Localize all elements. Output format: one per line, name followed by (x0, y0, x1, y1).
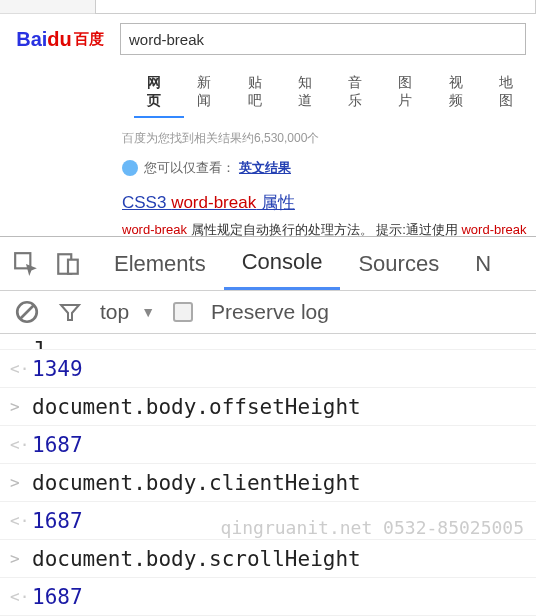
chevron-down-icon: ▼ (141, 304, 155, 320)
snippet-kw2: word-break (461, 222, 526, 237)
nav-tab-tieba[interactable]: 贴吧 (235, 68, 285, 118)
result-title-pre: CSS3 (122, 193, 171, 212)
svg-rect-2 (68, 259, 78, 273)
tab-elements[interactable]: Elements (96, 239, 224, 289)
browser-chrome-top (0, 0, 536, 14)
console-code: document.body.offsetHeight (32, 395, 361, 419)
nav-tabs: 网页 新闻 贴吧 知道 音乐 图片 视频 地图 (0, 60, 536, 118)
console-toolbar: top ▼ Preserve log (0, 291, 536, 334)
nav-tab-map[interactable]: 地图 (486, 68, 536, 118)
watermark-text: qingruanit.net 0532-85025005 (221, 517, 524, 538)
search-input[interactable] (129, 31, 517, 48)
logo-text-chinese: 百度 (74, 30, 104, 49)
nav-tab-news[interactable]: 新闻 (184, 68, 234, 118)
results-count: 百度为您找到相关结果约6,530,000个 (122, 130, 536, 147)
output-arrow-icon: <· (10, 511, 32, 530)
suggest-link[interactable]: 英文结果 (239, 159, 291, 177)
console-value: 1687 (32, 585, 83, 609)
console-code: document.body.scrollHeight (32, 547, 361, 571)
clear-console-icon[interactable] (14, 299, 40, 325)
search-box[interactable] (120, 23, 526, 55)
console-body[interactable]: J <· 1349 > document.body.offsetHeight <… (0, 334, 536, 616)
console-value: 1349 (32, 357, 83, 381)
console-line-input: > document.body.offsetHeight (0, 388, 536, 426)
suggest-label: 您可以仅查看： (144, 159, 235, 177)
nav-tab-music[interactable]: 音乐 (335, 68, 385, 118)
devtools-tabbar: Elements Console Sources N (0, 237, 536, 291)
snippet-kw1: word-break (122, 222, 187, 237)
url-bar[interactable] (95, 0, 536, 14)
inspect-icon[interactable] (12, 250, 40, 278)
search-header: Baidu 百度 (0, 14, 536, 60)
context-label: top (100, 300, 129, 324)
console-line-output: <· 1687 (0, 426, 536, 464)
nav-tab-image[interactable]: 图片 (385, 68, 435, 118)
result-title[interactable]: CSS3 word-break 属性 (122, 191, 536, 214)
console-code: document.body.clientHeight (32, 471, 361, 495)
result-title-post: 属性 (256, 193, 295, 212)
tab-more[interactable]: N (457, 239, 509, 289)
console-line-input: > document.body.scrollHeight (0, 540, 536, 578)
console-line-output: <· 1687 (0, 578, 536, 616)
nav-tab-web[interactable]: 网页 (134, 68, 184, 118)
output-arrow-icon: <· (10, 435, 32, 454)
device-icon[interactable] (54, 250, 82, 278)
tab-sources[interactable]: Sources (340, 239, 457, 289)
console-line-input: > document.body.clientHeight (0, 464, 536, 502)
context-dropdown[interactable]: top ▼ (100, 300, 155, 324)
preserve-log-checkbox[interactable] (173, 302, 193, 322)
tab-console[interactable]: Console (224, 237, 341, 290)
input-arrow-icon: > (10, 473, 32, 492)
result-title-keyword: word-break (171, 193, 256, 212)
console-line-output: <· 1349 (0, 350, 536, 388)
output-arrow-icon: <· (10, 587, 32, 606)
nav-tab-video[interactable]: 视频 (436, 68, 486, 118)
devtools-panel: Elements Console Sources N top ▼ Preserv… (0, 236, 536, 616)
baidu-logo[interactable]: Baidu 百度 (10, 22, 110, 56)
preserve-log-label: Preserve log (211, 300, 329, 324)
console-value: 1687 (32, 509, 83, 533)
logo-text-bai: Bai (16, 28, 47, 50)
nav-tab-zhidao[interactable]: 知道 (285, 68, 335, 118)
snippet-mid: 属性规定自动换行的处理方法。 提示:通过使用 (187, 222, 461, 237)
suggest-row: 您可以仅查看： 英文结果 (122, 159, 536, 177)
svg-line-4 (21, 306, 34, 319)
input-arrow-icon: > (10, 397, 32, 416)
console-value: 1687 (32, 433, 83, 457)
console-line-truncated: J (0, 338, 536, 350)
input-arrow-icon: > (10, 549, 32, 568)
logo-text-du: du (47, 28, 71, 50)
filter-icon[interactable] (58, 300, 82, 324)
globe-icon (122, 160, 138, 176)
output-arrow-icon: <· (10, 359, 32, 378)
